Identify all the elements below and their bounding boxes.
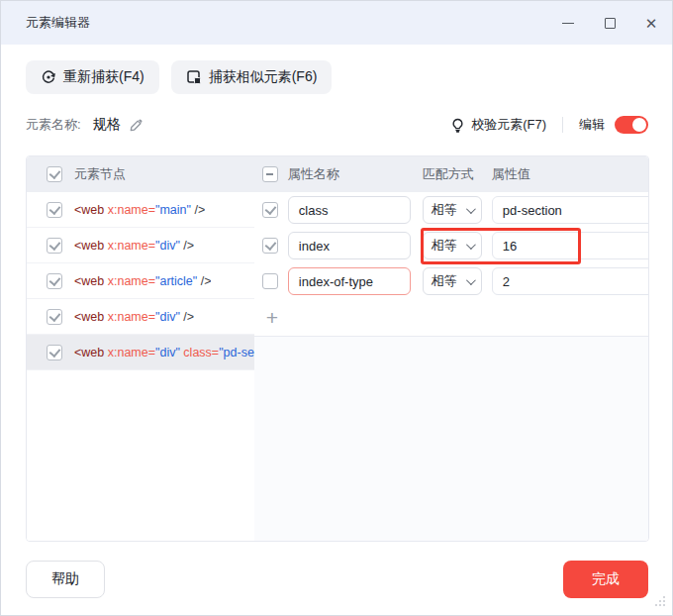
node-code: <web x:name="div" /> [74,310,194,324]
edit-toggle[interactable] [615,116,648,134]
code-value: "main" [155,203,191,217]
code-value: "pd-se [219,346,254,359]
recapture-label: 重新捕获(F4) [63,68,144,86]
attr-name-input[interactable] [288,232,411,259]
attribute-panel: 属性名称 匹配方式 属性值 » 相等 fx [254,156,649,541]
header-actions: 校验元素(F7) 编辑 [450,116,648,134]
attribute-row: 相等 fx [254,192,649,228]
attribute-row: 相等 fx [254,263,649,299]
lightbulb-icon [450,118,465,133]
element-name-row: 元素名称: 规格 校验元素(F7) 编辑 [26,110,648,140]
match-mode-value: 相等 [432,201,457,219]
code-attr: x:name= [108,274,155,288]
match-mode-column-header: 匹配方式 [423,165,492,183]
code-attr: x:name= [108,310,155,324]
validate-element-label: 校验元素(F7) [471,116,546,134]
code-tail: /> [197,274,211,288]
attribute-checkbox[interactable] [262,273,278,289]
maximize-button[interactable] [589,1,630,45]
code-tag: <web [74,239,108,253]
recapture-button[interactable]: 重新捕获(F4) [26,60,159,94]
code-value: "div" [155,346,180,359]
attr-value-input[interactable] [493,239,649,254]
window-controls: ✕ [547,1,672,45]
maximize-icon [605,18,616,29]
node-panel-header: 元素节点 [27,156,254,192]
node-checkbox[interactable] [47,345,62,360]
node-code: <web x:name="div" /> [74,239,194,253]
add-attribute-row: + [254,299,649,337]
minimize-button[interactable] [547,1,589,45]
node-code: <web x:name="article" /> [74,274,211,288]
node-checkbox[interactable] [47,238,62,254]
node-row[interactable]: <web x:name="div" /> [27,299,254,335]
node-row[interactable]: <web x:name="main" /> [27,192,254,228]
node-row-selected[interactable]: <web x:name="div" class="pd-se [27,335,254,370]
node-row[interactable]: <web x:name="article" /> [27,263,254,299]
code-tag: <web [74,310,108,324]
node-code: <web x:name="div" class="pd-se [74,346,254,359]
code-tail: /> [180,310,194,324]
help-button[interactable]: 帮助 [26,561,105,598]
code-tag: <web [74,274,108,288]
close-button[interactable]: ✕ [630,1,672,45]
node-checkbox[interactable] [47,202,62,218]
code-tail: /> [191,203,205,217]
attr-value-box: fx [492,267,649,295]
code-tail: /> [180,239,194,253]
code-value: "div" [155,239,180,253]
toolbar: 重新捕获(F4) 捕获相似元素(F6) [26,60,332,94]
capture-similar-button[interactable]: 捕获相似元素(F6) [171,60,333,94]
code-attr: x:name= [108,203,155,217]
attribute-checkbox[interactable] [262,238,278,254]
node-panel: 元素节点 <web x:name="main" /> <web x:name="… [27,156,254,541]
attr-value-box: fx [492,232,649,259]
node-checkbox[interactable] [47,309,62,325]
match-mode-select[interactable]: 相等 [423,232,482,259]
code-attr: x:name= [108,346,155,359]
attr-value-input[interactable] [493,274,649,289]
code-tag: <web [74,346,108,359]
titlebar: 元素编辑器 ✕ [1,1,672,45]
close-icon: ✕ [645,16,658,31]
code-attr: x:name= [108,239,155,253]
element-table: 元素节点 <web x:name="main" /> <web x:name="… [26,155,649,542]
capture-similar-icon [186,69,202,85]
match-mode-select[interactable]: 相等 [423,196,482,224]
chevron-down-icon [466,204,476,214]
done-button[interactable]: 完成 [563,561,648,598]
match-mode-value: 相等 [432,272,457,290]
match-mode-select[interactable]: 相等 [423,267,482,295]
code-attr: class= [180,346,219,359]
add-attribute-button[interactable]: + [266,307,278,328]
node-checkbox[interactable] [47,273,62,289]
element-editor-window: { "window": { "title": "元素编辑器" }, "toolb… [0,0,673,616]
attr-name-column-header: 属性名称 [288,165,423,183]
select-all-attributes-checkbox[interactable] [262,166,278,182]
chevron-down-icon [466,275,476,285]
window-title: 元素编辑器 [26,14,90,32]
code-value: "article" [155,274,197,288]
select-all-nodes-checkbox[interactable] [47,166,62,182]
attr-name-input-error[interactable] [288,267,411,295]
node-row[interactable]: <web x:name="div" /> [27,228,254,263]
attr-value-box: fx [492,196,649,224]
element-name-value: 规格 [93,116,121,134]
node-column-header: 元素节点 [74,165,126,183]
attr-name-input[interactable] [288,196,411,224]
divider [562,117,563,133]
code-value: "div" [155,310,180,324]
validate-element-button[interactable]: 校验元素(F7) [450,116,546,134]
toggle-knob [632,118,646,132]
minimize-icon [562,23,574,24]
edit-name-icon[interactable] [129,118,144,133]
attribute-checkbox[interactable] [262,202,278,218]
attribute-row-highlighted: 相等 fx [254,228,649,263]
element-name-label: 元素名称: [26,116,81,134]
code-tag: <web [74,203,108,217]
attr-value-input[interactable] [493,203,649,218]
resize-grip[interactable] [653,593,666,611]
chevron-down-icon [466,240,476,250]
attribute-rows: 相等 fx 相等 fx [254,192,649,337]
match-mode-value: 相等 [432,237,457,255]
